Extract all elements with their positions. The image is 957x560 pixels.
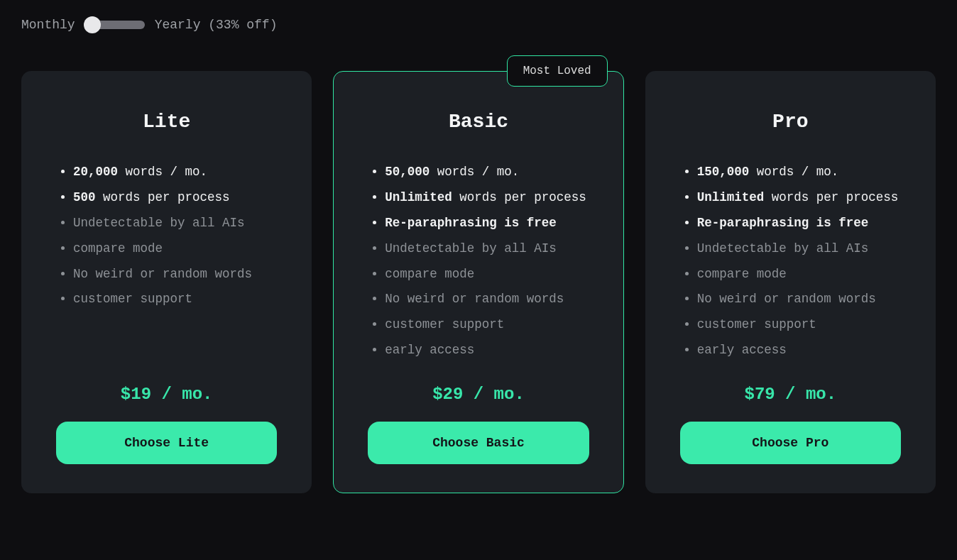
feature-item: Re-paraphrasing is free xyxy=(385,211,589,236)
feature-item: compare mode xyxy=(697,262,901,287)
plan-title: Lite xyxy=(56,111,277,133)
plan-title: Basic xyxy=(368,111,589,133)
billing-toggle-row: Monthly Yearly (33% off) xyxy=(21,18,936,32)
feature-item: 150,000 words / mo. xyxy=(697,160,901,185)
plan-features: 20,000 words / mo. 500 words per process… xyxy=(56,160,277,363)
plan-price: $29 / mo. xyxy=(368,385,589,404)
feature-item: customer support xyxy=(73,287,277,312)
feature-item: customer support xyxy=(385,312,589,338)
billing-toggle-thumb xyxy=(84,16,101,33)
plan-title: Pro xyxy=(680,111,901,133)
feature-item: Undetectable by all AIs xyxy=(697,236,901,262)
plan-features: 150,000 words / mo. Unlimited words per … xyxy=(680,160,901,363)
plan-price: $19 / mo. xyxy=(56,385,277,404)
choose-pro-button[interactable]: Choose Pro xyxy=(680,422,901,464)
most-loved-badge: Most Loved xyxy=(507,55,608,87)
feature-item: 50,000 words / mo. xyxy=(385,160,589,185)
feature-item: compare mode xyxy=(73,236,277,262)
pricing-plans: Lite 20,000 words / mo. 500 words per pr… xyxy=(21,71,936,493)
plan-card-lite: Lite 20,000 words / mo. 500 words per pr… xyxy=(21,71,312,493)
plan-price: $79 / mo. xyxy=(680,385,901,404)
feature-item: Unlimited words per process xyxy=(385,185,589,211)
feature-item: compare mode xyxy=(385,262,589,287)
billing-yearly-label: Yearly (33% off) xyxy=(155,18,278,32)
feature-item: No weird or random words xyxy=(385,287,589,312)
feature-item: Re-paraphrasing is free xyxy=(697,211,901,236)
feature-item: early access xyxy=(385,338,589,363)
choose-basic-button[interactable]: Choose Basic xyxy=(368,422,589,464)
billing-monthly-label: Monthly xyxy=(21,18,75,32)
feature-item: customer support xyxy=(697,312,901,338)
choose-lite-button[interactable]: Choose Lite xyxy=(56,422,277,464)
feature-item: Unlimited words per process xyxy=(697,185,901,211)
plan-card-basic: Most Loved Basic 50,000 words / mo. Unli… xyxy=(333,71,623,493)
feature-item: early access xyxy=(697,338,901,363)
billing-toggle[interactable] xyxy=(85,21,145,29)
feature-item: No weird or random words xyxy=(73,262,277,287)
feature-item: 20,000 words / mo. xyxy=(73,160,277,185)
feature-item: Undetectable by all AIs xyxy=(385,236,589,262)
plan-features: 50,000 words / mo. Unlimited words per p… xyxy=(368,160,589,363)
feature-item: No weird or random words xyxy=(697,287,901,312)
feature-item: 500 words per process xyxy=(73,185,277,211)
feature-item: Undetectable by all AIs xyxy=(73,211,277,236)
plan-card-pro: Pro 150,000 words / mo. Unlimited words … xyxy=(645,71,936,493)
